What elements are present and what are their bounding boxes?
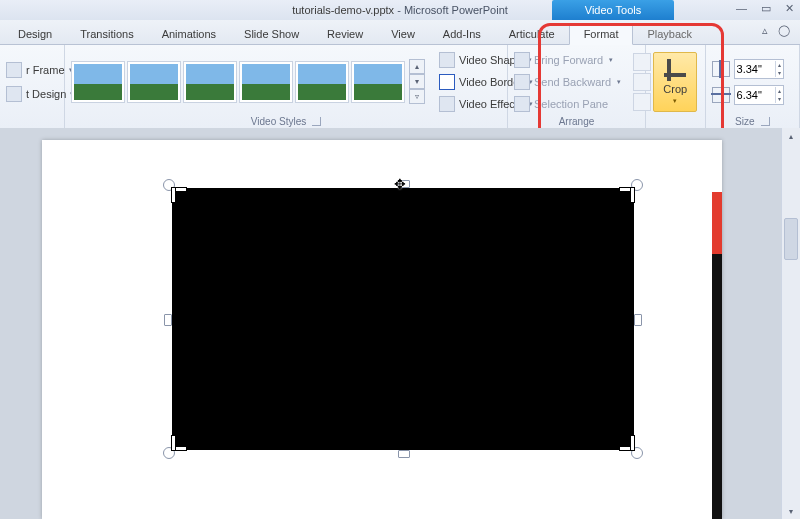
- window-controls: ― ▭ ✕: [736, 2, 794, 15]
- reset-design-icon: [6, 86, 22, 102]
- ribbon: r Frame▾ t Design▾ ▴ ▾ ▿ Video Shape▾: [0, 45, 800, 130]
- group-adjust-partial: r Frame▾ t Design▾: [0, 45, 65, 129]
- video-effects-icon: [439, 96, 455, 112]
- style-thumb[interactable]: [71, 61, 125, 103]
- send-backward-button[interactable]: Send Backward▾: [514, 72, 621, 92]
- scroll-up-button[interactable]: ▴: [782, 128, 800, 144]
- document-filename: tutorials-demo-v.pptx: [292, 4, 394, 16]
- title-separator: -: [397, 4, 404, 16]
- help-icon[interactable]: ◯: [778, 24, 790, 37]
- close-button[interactable]: ✕: [785, 2, 794, 15]
- group-crop: Crop ▾: [646, 45, 706, 129]
- title-bar: tutorials-demo-v.pptx - Microsoft PowerP…: [0, 0, 800, 20]
- gallery-more-button[interactable]: ▿: [409, 89, 425, 104]
- tab-format[interactable]: Format: [569, 23, 634, 45]
- spin-down-icon[interactable]: ▾: [775, 69, 783, 77]
- style-thumb[interactable]: [239, 61, 293, 103]
- contextual-tab-video-tools: Video Tools: [552, 0, 674, 20]
- slide-black-strip: [712, 254, 722, 519]
- resize-handle-w[interactable]: [164, 314, 172, 326]
- document-area: ✥ ▴ ▾: [0, 128, 800, 519]
- slide-red-strip: [712, 192, 722, 254]
- window-title: tutorials-demo-v.pptx - Microsoft PowerP…: [0, 4, 800, 16]
- width-input[interactable]: ▴▾: [734, 85, 784, 105]
- ribbon-minimize-icon[interactable]: ▵: [762, 24, 768, 37]
- video-shape-icon: [439, 52, 455, 68]
- gallery-down-button[interactable]: ▾: [409, 74, 425, 89]
- selection-pane-button[interactable]: Selection Pane: [514, 94, 621, 114]
- group-video-styles: ▴ ▾ ▿ Video Shape▾ Video Border▾ Video E…: [65, 45, 508, 129]
- height-row: ▴▾: [712, 58, 784, 80]
- height-input[interactable]: ▴▾: [734, 59, 784, 79]
- crop-button[interactable]: Crop ▾: [653, 52, 697, 112]
- tab-transitions[interactable]: Transitions: [66, 24, 147, 44]
- tab-design[interactable]: Design: [4, 24, 66, 44]
- style-thumb[interactable]: [183, 61, 237, 103]
- restore-button[interactable]: ▭: [761, 2, 771, 15]
- poster-frame-icon: [6, 62, 22, 78]
- bring-forward-button[interactable]: Bring Forward▾: [514, 50, 621, 70]
- spin-down-icon[interactable]: ▾: [775, 95, 783, 103]
- tab-articulate[interactable]: Articulate: [495, 24, 569, 44]
- height-field[interactable]: [735, 63, 775, 75]
- video-placeholder[interactable]: [172, 188, 634, 450]
- style-thumb[interactable]: [351, 61, 405, 103]
- gallery-up-button[interactable]: ▴: [409, 59, 425, 74]
- vertical-scrollbar[interactable]: ▴ ▾: [781, 128, 800, 519]
- width-field[interactable]: [735, 89, 775, 101]
- style-thumb[interactable]: [295, 61, 349, 103]
- send-backward-icon: [514, 74, 530, 90]
- spin-up-icon[interactable]: ▴: [775, 87, 783, 95]
- tab-view[interactable]: View: [377, 24, 429, 44]
- tab-slide-show[interactable]: Slide Show: [230, 24, 313, 44]
- slide-canvas[interactable]: ✥: [42, 140, 722, 519]
- tab-animations[interactable]: Animations: [148, 24, 230, 44]
- minimize-button[interactable]: ―: [736, 2, 747, 15]
- resize-handle-s[interactable]: [398, 450, 410, 458]
- tab-playback[interactable]: Playback: [633, 24, 706, 44]
- style-thumb[interactable]: [127, 61, 181, 103]
- tab-review[interactable]: Review: [313, 24, 377, 44]
- video-styles-gallery[interactable]: ▴ ▾ ▿: [71, 59, 425, 104]
- scroll-down-button[interactable]: ▾: [782, 503, 800, 519]
- tab-add-ins[interactable]: Add-Ins: [429, 24, 495, 44]
- spin-up-icon[interactable]: ▴: [775, 61, 783, 69]
- resize-handle-e[interactable]: [634, 314, 642, 326]
- width-row: ▴▾: [712, 84, 784, 106]
- video-border-icon: [439, 74, 455, 90]
- poster-frame-button[interactable]: r Frame▾: [6, 60, 73, 80]
- height-icon: [712, 61, 730, 77]
- app-name: Microsoft PowerPoint: [404, 4, 508, 16]
- bring-forward-icon: [514, 52, 530, 68]
- gallery-scroll: ▴ ▾ ▿: [409, 59, 425, 104]
- group-size: ▴▾ ▴▾ Size: [706, 45, 800, 129]
- scroll-thumb[interactable]: [784, 218, 798, 260]
- group-arrange: Bring Forward▾ Send Backward▾ Selection …: [508, 45, 646, 129]
- move-cursor-icon: ✥: [394, 176, 406, 192]
- width-icon: [712, 87, 730, 103]
- ribbon-tabstrip: Design Transitions Animations Slide Show…: [0, 20, 800, 45]
- crop-icon: [664, 59, 686, 81]
- selection-pane-icon: [514, 96, 530, 112]
